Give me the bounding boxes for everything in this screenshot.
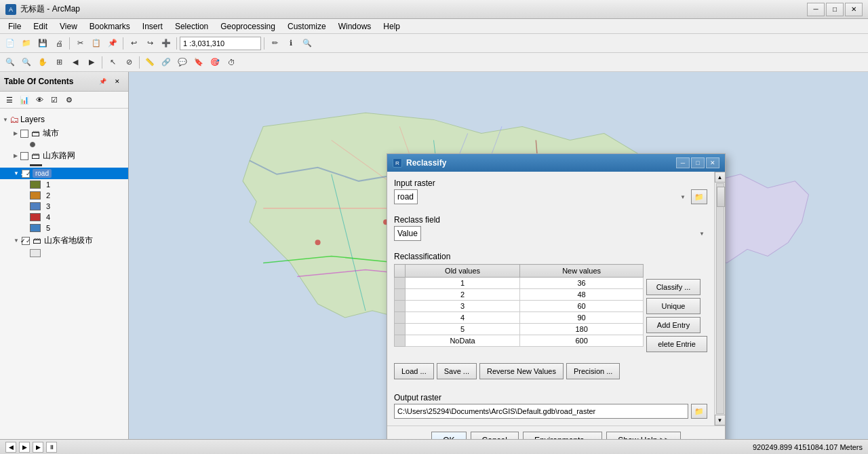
dialog-maximize-btn[interactable]: □ (691, 157, 705, 168)
menu-file[interactable]: File (3, 20, 26, 33)
close-button[interactable]: ✕ (845, 3, 863, 16)
classify-btn[interactable]: Classify ... (646, 279, 701, 295)
row-handle-4 (395, 324, 406, 335)
hyperlink-btn[interactable]: 🔗 (159, 55, 174, 70)
print-btn[interactable]: 🖨 (52, 36, 66, 51)
add-data-btn[interactable]: ➕ (159, 36, 174, 51)
cut-btn[interactable]: ✂ (73, 36, 87, 51)
menu-bookmarks[interactable]: Bookmarks (84, 20, 136, 33)
table-row[interactable]: 3 60 (395, 301, 644, 312)
input-raster-select[interactable]: road (394, 189, 418, 204)
old-value-2[interactable]: 3 (406, 301, 520, 312)
old-value-4[interactable]: 5 (406, 324, 520, 335)
status-btn-1[interactable]: ◀ (5, 442, 16, 453)
pan-btn[interactable]: ✋ (35, 55, 50, 70)
status-btn-pause[interactable]: ⏸ (46, 442, 57, 453)
load-btn[interactable]: Load ... (394, 363, 434, 379)
toc-list-by-drawing-btn[interactable]: ☰ (3, 93, 16, 107)
menu-insert[interactable]: Insert (137, 20, 168, 33)
reclass-field-select[interactable]: Value (394, 226, 421, 241)
menu-selection[interactable]: Selection (170, 20, 214, 33)
precision-btn[interactable]: Precision ... (566, 363, 620, 379)
new-btn[interactable]: 📄 (3, 36, 18, 51)
old-value-1[interactable]: 2 (406, 289, 520, 301)
redo-btn[interactable]: ↪ (142, 36, 157, 51)
output-raster-input[interactable] (394, 404, 688, 419)
scale-input[interactable] (180, 37, 261, 50)
table-row[interactable]: 2 48 (395, 289, 644, 301)
new-value-3[interactable]: 90 (520, 312, 644, 324)
bookmark-create-btn[interactable]: 🔖 (191, 55, 206, 70)
input-raster-browse-btn[interactable]: 📁 (691, 189, 707, 204)
toc-options-btn[interactable]: ⚙ (62, 93, 76, 107)
time-slider-btn[interactable]: ⏱ (224, 55, 239, 70)
minimize-button[interactable]: ─ (807, 3, 825, 16)
scroll-track[interactable] (716, 183, 724, 414)
dialog-close-btn[interactable]: ✕ (706, 157, 719, 168)
output-raster-browse-btn[interactable]: 📁 (691, 404, 707, 419)
toc-list-by-visibility-btn[interactable]: 👁 (33, 93, 46, 107)
search-btn[interactable]: 🔍 (300, 36, 315, 51)
scroll-up-btn[interactable]: ▲ (715, 172, 726, 183)
checkbox-chengshi[interactable] (20, 130, 28, 138)
toc-pin-btn[interactable]: 📌 (96, 75, 109, 88)
menu-geoprocessing[interactable]: Geoprocessing (215, 20, 281, 33)
status-btn-play[interactable]: ▶ (33, 442, 43, 453)
maximize-button[interactable]: □ (826, 3, 844, 16)
new-value-4[interactable]: 180 (520, 324, 644, 335)
toc-layer-road-network[interactable]: ▶ 🗃 山东路网 (0, 149, 128, 163)
toc-list-by-selection-btn[interactable]: ☑ (47, 93, 61, 107)
unique-btn[interactable]: Unique (646, 298, 701, 314)
table-row[interactable]: 4 90 (395, 312, 644, 324)
copy-btn[interactable]: 📋 (89, 36, 104, 51)
map-tips-btn[interactable]: 💬 (175, 55, 190, 70)
save-btn[interactable]: 💾 (35, 36, 50, 51)
toc-layer-chengshi[interactable]: ▶ 🗃 城市 (0, 126, 128, 140)
toc-layer-road[interactable]: ▼ ✓ road (0, 168, 128, 179)
scroll-down-btn[interactable]: ▼ (715, 415, 726, 425)
menu-view[interactable]: View (54, 20, 83, 33)
editor-btn[interactable]: ✏ (267, 36, 282, 51)
paste-btn[interactable]: 📌 (105, 36, 120, 51)
menu-help[interactable]: Help (378, 20, 406, 33)
checkbox-road-network[interactable] (20, 152, 28, 160)
old-value-5[interactable]: NoData (406, 335, 520, 347)
status-btn-2[interactable]: ▶ (19, 442, 30, 453)
toc-group-layers-header[interactable]: ▼ 🗂 Layers (0, 113, 128, 126)
menu-windows[interactable]: Windows (333, 20, 377, 33)
table-row[interactable]: 5 180 (395, 324, 644, 335)
clear-selection-btn[interactable]: ⊘ (121, 55, 136, 70)
table-row[interactable]: 1 36 (395, 278, 644, 289)
full-extent-btn[interactable]: ⊞ (52, 55, 66, 70)
toc-layer-shandong-city[interactable]: ▼ ✓ 🗃 山东省地级市 (0, 233, 128, 248)
open-btn[interactable]: 📁 (19, 36, 34, 51)
delete-entries-btn[interactable]: elete Entrie (646, 336, 707, 352)
new-value-5[interactable]: 600 (520, 335, 644, 347)
dialog-minimize-btn[interactable]: ─ (676, 157, 690, 168)
back-extent-btn[interactable]: ◀ (68, 55, 83, 70)
new-value-0[interactable]: 36 (520, 278, 644, 289)
save-btn[interactable]: Save ... (437, 363, 477, 379)
checkbox-shandong-city[interactable]: ✓ (22, 237, 30, 245)
select-btn[interactable]: ↖ (105, 55, 120, 70)
new-value-1[interactable]: 48 (520, 289, 644, 301)
zoom-in-btn[interactable]: 🔍 (3, 55, 18, 70)
add-entry-btn[interactable]: Add Entry (646, 317, 701, 333)
toc-list-by-source-btn[interactable]: 📊 (18, 93, 31, 107)
undo-btn[interactable]: ↩ (126, 36, 141, 51)
forward-extent-btn[interactable]: ▶ (84, 55, 99, 70)
map-area[interactable]: R Reclassify ─ □ ✕ Input raster (129, 72, 868, 454)
toc-close-btn[interactable]: ✕ (111, 75, 124, 88)
zoom-out-btn[interactable]: 🔍 (19, 55, 34, 70)
new-value-2[interactable]: 60 (520, 301, 644, 312)
old-value-0[interactable]: 1 (406, 278, 520, 289)
identify-btn[interactable]: ℹ (283, 36, 298, 51)
reverse-new-values-btn[interactable]: Reverse New Values (479, 363, 564, 379)
go-to-xy-btn[interactable]: 🎯 (208, 55, 222, 70)
table-row[interactable]: NoData 600 (395, 335, 644, 347)
menu-customize[interactable]: Customize (282, 20, 332, 33)
menu-edit[interactable]: Edit (28, 20, 53, 33)
checkbox-road[interactable]: ✓ (22, 170, 30, 178)
old-value-3[interactable]: 4 (406, 312, 520, 324)
measure-btn[interactable]: 📏 (142, 55, 157, 70)
